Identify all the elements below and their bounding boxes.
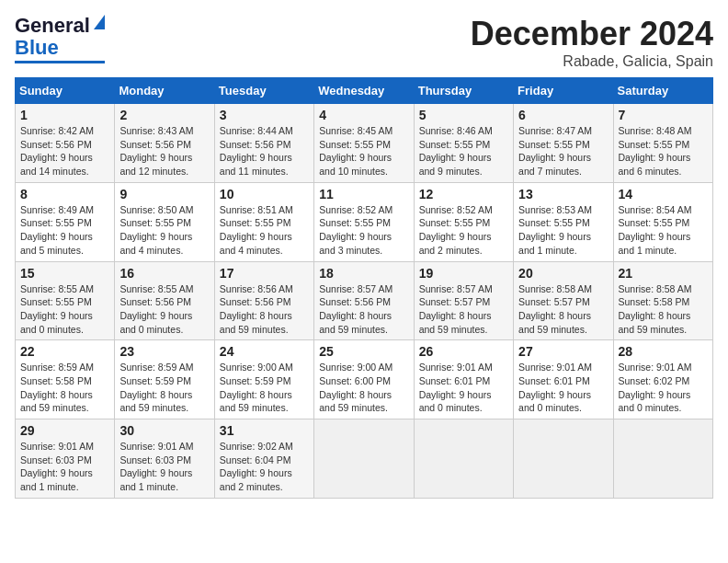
logo-text-general: General — [15, 15, 90, 37]
calendar-title: December 2024 — [471, 15, 713, 53]
daylight-label: Daylight: 9 hours and 2 minutes. — [220, 467, 292, 492]
sunrise-label: Sunrise: 8:51 AM — [220, 204, 293, 215]
day-info: Sunrise: 9:01 AM Sunset: 6:01 PM Dayligh… — [419, 361, 508, 415]
day-info: Sunrise: 8:44 AM Sunset: 5:56 PM Dayligh… — [220, 124, 309, 178]
sunrise-label: Sunrise: 9:00 AM — [220, 362, 293, 373]
sunset-label: Sunset: 5:56 PM — [220, 139, 291, 150]
col-thursday: Thursday — [414, 78, 513, 104]
day-info: Sunrise: 8:59 AM Sunset: 5:58 PM Dayligh… — [20, 361, 109, 415]
table-row: 10 Sunrise: 8:51 AM Sunset: 5:55 PM Dayl… — [214, 182, 313, 261]
day-number: 1 — [20, 108, 109, 122]
daylight-label: Daylight: 8 hours and 59 minutes. — [319, 389, 392, 414]
day-number: 10 — [220, 187, 309, 201]
table-row: 7 Sunrise: 8:48 AM Sunset: 5:55 PM Dayli… — [613, 104, 712, 183]
sunset-label: Sunset: 5:57 PM — [419, 296, 491, 307]
sunrise-label: Sunrise: 8:50 AM — [119, 204, 193, 215]
day-number: 8 — [20, 187, 109, 201]
daylight-label: Daylight: 9 hours and 10 minutes. — [319, 152, 392, 177]
day-number: 3 — [220, 108, 309, 122]
calendar-header-row: Sunday Monday Tuesday Wednesday Thursday… — [16, 78, 713, 104]
day-info: Sunrise: 8:58 AM Sunset: 5:57 PM Dayligh… — [518, 282, 608, 337]
sunrise-label: Sunrise: 8:46 AM — [419, 125, 493, 136]
sunrise-label: Sunrise: 8:47 AM — [518, 125, 592, 136]
sunrise-label: Sunrise: 8:52 AM — [319, 204, 392, 215]
sunset-label: Sunset: 5:55 PM — [619, 217, 690, 228]
sunrise-label: Sunrise: 9:02 AM — [220, 441, 293, 452]
day-info: Sunrise: 8:51 AM Sunset: 5:55 PM Dayligh… — [220, 203, 309, 258]
calendar-week-row: 1 Sunrise: 8:42 AM Sunset: 5:56 PM Dayli… — [16, 104, 713, 183]
table-row — [613, 419, 712, 499]
sunset-label: Sunset: 5:59 PM — [119, 375, 191, 386]
table-row: 28 Sunrise: 9:01 AM Sunset: 6:02 PM Dayl… — [613, 340, 712, 419]
day-number: 18 — [319, 266, 408, 281]
sunrise-label: Sunrise: 8:59 AM — [119, 362, 193, 373]
table-row — [514, 419, 613, 499]
sunset-label: Sunset: 5:55 PM — [319, 139, 391, 150]
sunrise-label: Sunrise: 8:57 AM — [419, 283, 493, 294]
daylight-label: Daylight: 9 hours and 4 minutes. — [119, 231, 192, 256]
table-row: 13 Sunrise: 8:53 AM Sunset: 5:55 PM Dayl… — [514, 182, 613, 261]
daylight-label: Daylight: 9 hours and 0 minutes. — [20, 310, 93, 335]
daylight-label: Daylight: 8 hours and 59 minutes. — [319, 310, 392, 335]
day-number: 24 — [220, 344, 309, 359]
col-sunday: Sunday — [16, 78, 115, 104]
day-info: Sunrise: 8:42 AM Sunset: 5:56 PM Dayligh… — [20, 124, 109, 178]
title-block: December 2024 Rabade, Galicia, Spain — [471, 15, 713, 70]
day-number: 15 — [20, 266, 109, 281]
sunrise-label: Sunrise: 9:00 AM — [319, 362, 392, 373]
sunset-label: Sunset: 5:56 PM — [20, 139, 92, 150]
day-info: Sunrise: 9:01 AM Sunset: 6:03 PM Dayligh… — [20, 440, 109, 494]
sunset-label: Sunset: 5:55 PM — [619, 139, 690, 150]
sunset-label: Sunset: 6:03 PM — [20, 454, 92, 465]
sunset-label: Sunset: 5:55 PM — [20, 217, 92, 228]
daylight-label: Daylight: 9 hours and 2 minutes. — [419, 231, 492, 256]
day-number: 31 — [220, 423, 309, 438]
day-number: 12 — [419, 187, 508, 201]
sunset-label: Sunset: 6:04 PM — [220, 454, 291, 465]
day-number: 11 — [319, 187, 408, 201]
sunset-label: Sunset: 6:02 PM — [619, 375, 690, 386]
calendar-week-row: 15 Sunrise: 8:55 AM Sunset: 5:55 PM Dayl… — [16, 261, 713, 340]
sunset-label: Sunset: 6:01 PM — [419, 375, 491, 386]
day-number: 28 — [619, 344, 708, 359]
day-number: 5 — [419, 108, 508, 122]
day-info: Sunrise: 8:52 AM Sunset: 5:55 PM Dayligh… — [419, 203, 508, 258]
daylight-label: Daylight: 9 hours and 6 minutes. — [619, 152, 691, 177]
table-row: 23 Sunrise: 8:59 AM Sunset: 5:59 PM Dayl… — [115, 340, 214, 419]
table-row: 12 Sunrise: 8:52 AM Sunset: 5:55 PM Dayl… — [414, 182, 513, 261]
sunrise-label: Sunrise: 8:55 AM — [119, 283, 193, 294]
table-row: 14 Sunrise: 8:54 AM Sunset: 5:55 PM Dayl… — [613, 182, 712, 261]
day-info: Sunrise: 9:00 AM Sunset: 5:59 PM Dayligh… — [220, 361, 309, 415]
daylight-label: Daylight: 9 hours and 0 minutes. — [419, 389, 492, 414]
daylight-label: Daylight: 9 hours and 9 minutes. — [419, 152, 492, 177]
day-info: Sunrise: 9:01 AM Sunset: 6:02 PM Dayligh… — [619, 361, 708, 415]
table-row: 22 Sunrise: 8:59 AM Sunset: 5:58 PM Dayl… — [16, 340, 115, 419]
table-row — [314, 419, 414, 499]
sunrise-label: Sunrise: 8:44 AM — [220, 125, 293, 136]
daylight-label: Daylight: 9 hours and 0 minutes. — [619, 389, 691, 414]
table-row: 20 Sunrise: 8:58 AM Sunset: 5:57 PM Dayl… — [514, 261, 613, 340]
sunset-label: Sunset: 5:57 PM — [518, 296, 590, 307]
day-info: Sunrise: 8:59 AM Sunset: 5:59 PM Dayligh… — [119, 361, 209, 415]
table-row: 3 Sunrise: 8:44 AM Sunset: 5:56 PM Dayli… — [214, 104, 313, 183]
table-row: 25 Sunrise: 9:00 AM Sunset: 6:00 PM Dayl… — [314, 340, 414, 419]
day-number: 14 — [619, 187, 708, 201]
daylight-label: Daylight: 9 hours and 5 minutes. — [20, 231, 93, 256]
day-info: Sunrise: 8:57 AM Sunset: 5:57 PM Dayligh… — [419, 282, 508, 337]
day-number: 30 — [119, 423, 209, 438]
calendar-week-row: 8 Sunrise: 8:49 AM Sunset: 5:55 PM Dayli… — [16, 182, 713, 261]
table-row: 2 Sunrise: 8:43 AM Sunset: 5:56 PM Dayli… — [115, 104, 214, 183]
table-row: 4 Sunrise: 8:45 AM Sunset: 5:55 PM Dayli… — [314, 104, 414, 183]
day-info: Sunrise: 8:54 AM Sunset: 5:55 PM Dayligh… — [619, 203, 708, 258]
sunrise-label: Sunrise: 8:56 AM — [220, 283, 293, 294]
calendar-subtitle: Rabade, Galicia, Spain — [471, 53, 713, 70]
sunrise-label: Sunrise: 8:53 AM — [518, 204, 592, 215]
sunset-label: Sunset: 5:56 PM — [220, 296, 291, 307]
table-row: 18 Sunrise: 8:57 AM Sunset: 5:56 PM Dayl… — [314, 261, 414, 340]
day-info: Sunrise: 8:43 AM Sunset: 5:56 PM Dayligh… — [119, 124, 209, 178]
sunrise-label: Sunrise: 9:01 AM — [20, 441, 94, 452]
daylight-label: Daylight: 8 hours and 59 minutes. — [518, 310, 591, 335]
day-number: 27 — [518, 344, 608, 359]
sunset-label: Sunset: 5:55 PM — [419, 217, 491, 228]
daylight-label: Daylight: 9 hours and 14 minutes. — [20, 152, 93, 177]
